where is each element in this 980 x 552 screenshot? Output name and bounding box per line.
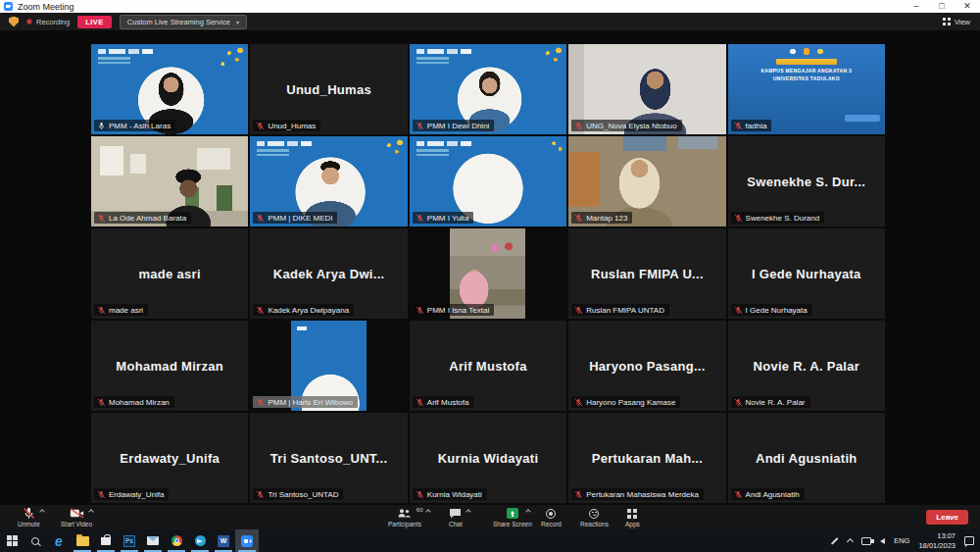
minimize-button[interactable]: – — [904, 0, 929, 13]
chat-icon — [449, 507, 462, 520]
apps-label: Apps — [625, 521, 640, 527]
participant-tile[interactable]: made asri made asri — [91, 228, 248, 319]
window-title: Zoom Meeting — [18, 2, 74, 12]
record-icon — [546, 509, 556, 519]
participant-tile[interactable]: Tri Santoso_UNT... Tri Santoso_UNTAD — [250, 413, 407, 503]
participant-tile[interactable]: PMM | Haris Eri Wibowo — [250, 321, 407, 411]
zoom-meeting-window: Zoom Meeting – □ ✕ Recording LIVE Custom… — [0, 0, 980, 552]
volume-icon[interactable] — [880, 538, 885, 544]
tray-expand-chevron-icon[interactable] — [847, 538, 854, 545]
taskbar-apps: ePsW — [0, 529, 259, 552]
taskbar-clock[interactable]: 13:07 18/01/2023 — [918, 531, 956, 551]
participant-name-text: UNG_Nova Elysia Ntobuo — [586, 122, 676, 130]
participant-name-label: PMM | Haris Eri Wibowo — [253, 396, 358, 408]
taskbar-edge-icon[interactable]: e — [47, 529, 71, 552]
reactions-button[interactable]: Reactions — [580, 507, 609, 527]
taskbar-store-icon[interactable] — [94, 529, 118, 552]
participant-tile[interactable]: PMM I Isna Textal — [410, 228, 566, 319]
taskbar-zoom-icon[interactable] — [235, 529, 259, 552]
participant-tile[interactable]: Novie R. A. Palar Novie R. A. Palar — [728, 321, 885, 411]
taskbar-telegram-icon[interactable] — [188, 529, 212, 552]
reactions-icon — [589, 509, 599, 519]
taskbar-explorer-icon[interactable] — [71, 529, 94, 552]
participant-tile[interactable]: Mohamad Mirzan Mohamad Mirzan — [91, 321, 248, 411]
participants-button[interactable]: 60 Participants — [388, 507, 421, 527]
maximize-button[interactable]: □ — [929, 0, 955, 13]
participant-tile[interactable]: La Ode Ahmad Barata — [91, 136, 248, 226]
chat-chevron-icon[interactable] — [466, 509, 472, 515]
apps-icon — [627, 509, 637, 519]
share-screen-button[interactable]: Share Screen — [493, 507, 532, 527]
start-video-button[interactable]: Start Video — [61, 507, 92, 527]
participant-tile[interactable]: UNG_Nova Elysia Ntobuo — [568, 44, 725, 134]
network-icon[interactable] — [861, 537, 871, 545]
video-options-chevron-icon[interactable] — [88, 509, 94, 515]
muted-mic-icon — [256, 122, 265, 130]
system-tray: ENG 13:07 18/01/2023 — [830, 529, 980, 552]
participant-tile[interactable]: Arif Mustofa Arif Mustofa — [410, 321, 566, 411]
close-button[interactable]: ✕ — [955, 0, 980, 13]
leave-button[interactable]: Leave — [926, 510, 968, 525]
participants-icon: 60 — [397, 507, 412, 520]
participant-name-text: Kadek Arya Dwipayana — [268, 306, 349, 315]
unmute-options-chevron-icon[interactable] — [39, 509, 45, 515]
recording-indicator-icon — [26, 19, 32, 25]
participant-name-text: PMM I Isna Textal — [427, 306, 489, 315]
security-shield-icon[interactable] — [9, 17, 19, 27]
stream-service-dropdown[interactable]: Custom Live Streaming Service ▾ — [120, 15, 247, 29]
participant-tile[interactable]: Ruslan FMIPA U... Ruslan FMIPA UNTAD — [568, 228, 725, 319]
participant-name-text: Mantap 123 — [586, 214, 627, 223]
participant-name-label: PMM | DIKE MEDI — [253, 212, 337, 224]
view-button[interactable]: View — [943, 18, 970, 26]
muted-mic-icon — [734, 398, 743, 407]
participant-name-label: Mantap 123 — [571, 212, 632, 224]
live-badge: LIVE — [77, 16, 112, 28]
record-button[interactable]: Record — [541, 507, 562, 527]
participant-tile[interactable]: Erdawaty_Unifa Erdawaty_Unifa — [91, 413, 248, 503]
participant-name-text: PMM - Asih Laras — [109, 122, 171, 130]
taskbar-photoshop-icon[interactable]: Ps — [118, 529, 141, 552]
muted-mic-icon — [416, 306, 424, 315]
participants-chevron-icon[interactable] — [426, 509, 432, 515]
stream-service-label: Custom Live Streaming Service — [127, 18, 230, 26]
unmute-button[interactable]: Unmute — [18, 507, 40, 527]
participant-tile[interactable]: Kurnia Widayati Kurnia Widayati — [410, 413, 566, 503]
participant-tile[interactable]: PMM - Asih Laras — [91, 44, 248, 134]
participant-tile[interactable]: Kadek Arya Dwi... Kadek Arya Dwipayana — [250, 228, 407, 319]
taskbar-start-icon[interactable] — [0, 529, 24, 552]
muted-mic-icon — [97, 490, 106, 499]
participant-tile[interactable]: PMM | DIKE MEDI — [250, 136, 407, 226]
language-indicator[interactable]: ENG — [894, 536, 909, 545]
store-app-icon — [101, 537, 111, 545]
participant-tile[interactable]: Unud_Humas Unud_Humas — [250, 44, 407, 134]
participant-tile[interactable]: PMM I Yulia — [410, 136, 566, 226]
participant-tile[interactable]: Pertukaran Mah... Pertukaran Mahasiswa M… — [568, 413, 725, 503]
chat-label: Chat — [449, 521, 463, 527]
mic-muted-icon — [23, 507, 35, 520]
participant-name-text: Kurnia Widayati — [427, 490, 482, 499]
action-center-icon[interactable] — [964, 536, 974, 545]
muted-mic-icon — [734, 306, 743, 315]
chat-button[interactable]: Chat — [449, 507, 463, 527]
participant-name-text: Arif Mustofa — [427, 398, 469, 407]
participant-tile[interactable]: Swenekhe S. Dur... Swenekhe S. Durand — [728, 136, 885, 226]
participant-tile[interactable]: PMM I Dewi Dhini — [410, 44, 566, 134]
apps-button[interactable]: Apps — [625, 507, 640, 527]
participant-tile[interactable]: Mantap 123 — [568, 136, 725, 226]
participant-name-label: Mohamad Mirzan — [94, 396, 174, 408]
search-app-icon — [31, 537, 39, 545]
clock-time: 13:07 — [918, 531, 956, 541]
participant-tile[interactable]: Haryono Pasang... Haryono Pasang Kamase — [568, 321, 725, 411]
taskbar-search-icon[interactable] — [24, 529, 47, 552]
participant-tile[interactable]: KAMPUS MENGAJAR ANGKATAN 3UNIVERSITAS TA… — [728, 44, 885, 134]
taskbar-mail-icon[interactable] — [141, 529, 165, 552]
taskbar-word-icon[interactable]: W — [212, 529, 235, 552]
windows-ink-icon[interactable] — [831, 537, 838, 544]
participant-tile[interactable]: I Gede Nurhayata I Gede Nurhayata — [728, 228, 885, 319]
muted-mic-icon — [416, 214, 424, 223]
participant-name-label: PMM - Asih Laras — [94, 120, 175, 131]
participant-tile[interactable]: Andi Agusniatih Andi Agusniatih — [728, 413, 885, 503]
muted-mic-icon — [416, 490, 424, 499]
share-chevron-icon[interactable] — [525, 509, 531, 515]
taskbar-chrome-icon[interactable] — [165, 529, 188, 552]
